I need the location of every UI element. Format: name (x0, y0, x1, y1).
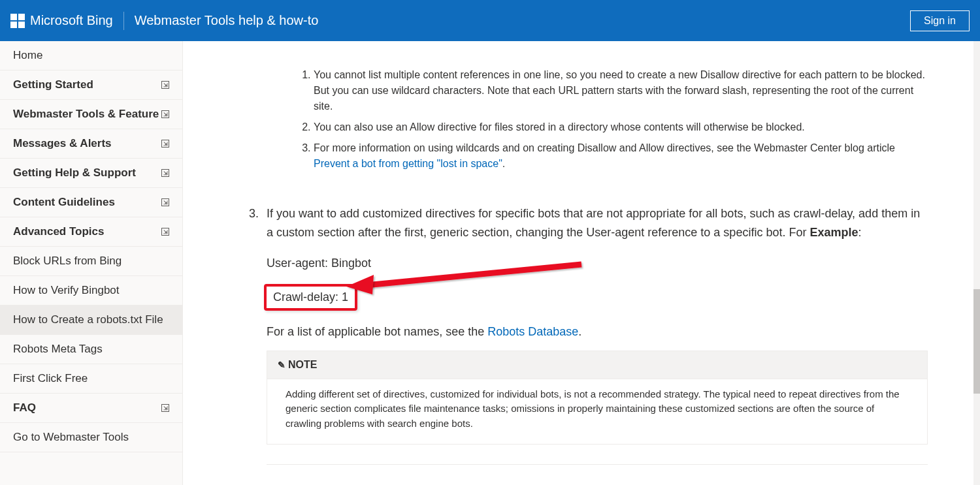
note-header: ✎ NOTE (267, 351, 927, 379)
sidebar-item-home[interactable]: Home (0, 41, 182, 70)
sidebar-item-content-guidelines[interactable]: Content Guidelines⇲ (0, 188, 182, 217)
list-item: You cannot list multiple content referen… (314, 67, 928, 114)
list-item: For more information on using wildcards … (314, 140, 928, 172)
expand-icon[interactable]: ⇲ (161, 228, 169, 236)
sidebar-item-label: Content Guidelines (13, 196, 115, 209)
expand-icon[interactable]: ⇲ (161, 110, 169, 118)
sub-list: You cannot list multiple content referen… (287, 67, 928, 172)
step-text: If you want to add customized directives… (267, 204, 928, 242)
prevent-bot-link[interactable]: Prevent a bot from getting "lost in spac… (314, 158, 502, 169)
header-divider (123, 12, 124, 30)
brand-label: Microsoft Bing (30, 13, 113, 28)
sidebar-item-advanced-topics[interactable]: Advanced Topics⇲ (0, 217, 182, 247)
edit-icon: ✎ (278, 358, 286, 372)
sidebar-item-label: Webmaster Tools & Feature (13, 108, 159, 121)
sidebar-item-label: Home (13, 49, 42, 62)
expand-icon[interactable]: ⇲ (161, 404, 169, 412)
svg-marker-1 (346, 275, 374, 294)
sidebar-item-go-webmaster[interactable]: Go to Webmaster Tools (0, 423, 182, 452)
sidebar-item-faq[interactable]: FAQ⇲ (0, 394, 182, 423)
scrollbar-track[interactable] (973, 41, 980, 485)
step-text-b: : (858, 226, 861, 239)
sidebar-item-label: Getting Help & Support (13, 166, 136, 180)
list-text: For more information on using wildcards … (314, 142, 895, 153)
main-content: You cannot list multiple content referen… (183, 41, 980, 485)
after-text-b: . (578, 325, 581, 338)
sidebar-item-robots-meta[interactable]: Robots Meta Tags (0, 335, 182, 364)
step-3: 3. If you want to add customized directi… (235, 204, 928, 465)
sidebar: Home Getting Started⇲ Webmaster Tools & … (0, 41, 183, 485)
sidebar-item-label: Block URLs from Bing (13, 255, 122, 268)
note-box: ✎ NOTE Adding different set of directive… (267, 351, 928, 445)
expand-icon[interactable]: ⇲ (161, 81, 169, 89)
svg-line-0 (366, 264, 581, 285)
sidebar-item-label: First Click Free (13, 372, 88, 385)
sidebar-item-label: Getting Started (13, 78, 93, 91)
expand-icon[interactable]: ⇲ (161, 140, 169, 148)
sidebar-item-messages-alerts[interactable]: Messages & Alerts⇲ (0, 129, 182, 159)
sidebar-item-create-robots[interactable]: How to Create a robots.txt File (0, 305, 182, 335)
note-body: Adding different set of directives, cust… (267, 379, 927, 445)
expand-icon[interactable]: ⇲ (161, 169, 169, 177)
list-item: You can also use an Allow directive for … (314, 119, 928, 135)
scrollbar-thumb[interactable] (973, 289, 980, 394)
red-arrow-icon (346, 260, 595, 300)
bot-names-line: For a list of applicable bot names, see … (267, 322, 928, 341)
crawl-delay-highlight: Crawl-delay: 1 (264, 284, 357, 311)
sidebar-item-first-click-free[interactable]: First Click Free (0, 364, 182, 394)
header-left: Microsoft Bing Webmaster Tools help & ho… (10, 12, 318, 30)
list-text-end: . (502, 158, 505, 169)
microsoft-logo-icon (10, 14, 25, 28)
sidebar-item-label: Messages & Alerts (13, 137, 112, 150)
sidebar-item-label: Advanced Topics (13, 225, 105, 238)
sidebar-item-help-support[interactable]: Getting Help & Support⇲ (0, 159, 182, 188)
expand-icon[interactable]: ⇲ (161, 198, 169, 206)
sidebar-item-block-urls[interactable]: Block URLs from Bing (0, 247, 182, 276)
sidebar-item-verify-bingbot[interactable]: How to Verify Bingbot (0, 276, 182, 305)
step-example-bold: Example (809, 226, 858, 239)
step-number: 3. (235, 204, 267, 242)
sidebar-item-label: Robots Meta Tags (13, 343, 103, 356)
sidebar-item-getting-started[interactable]: Getting Started⇲ (0, 70, 182, 100)
note-label: NOTE (288, 356, 317, 373)
section-divider (267, 464, 928, 465)
sidebar-item-label: Go to Webmaster Tools (13, 431, 129, 444)
robots-database-link[interactable]: Robots Database (487, 325, 578, 338)
sign-in-button[interactable]: Sign in (910, 10, 970, 31)
top-header: Microsoft Bing Webmaster Tools help & ho… (0, 0, 980, 41)
page-title: Webmaster Tools help & how-to (135, 13, 319, 28)
sidebar-item-tools-feature[interactable]: Webmaster Tools & Feature⇲ (0, 100, 182, 129)
sidebar-item-label: FAQ (13, 401, 36, 415)
sidebar-item-label: How to Verify Bingbot (13, 284, 120, 297)
sidebar-item-label: How to Create a robots.txt File (13, 313, 163, 326)
after-text-a: For a list of applicable bot names, see … (267, 325, 487, 338)
